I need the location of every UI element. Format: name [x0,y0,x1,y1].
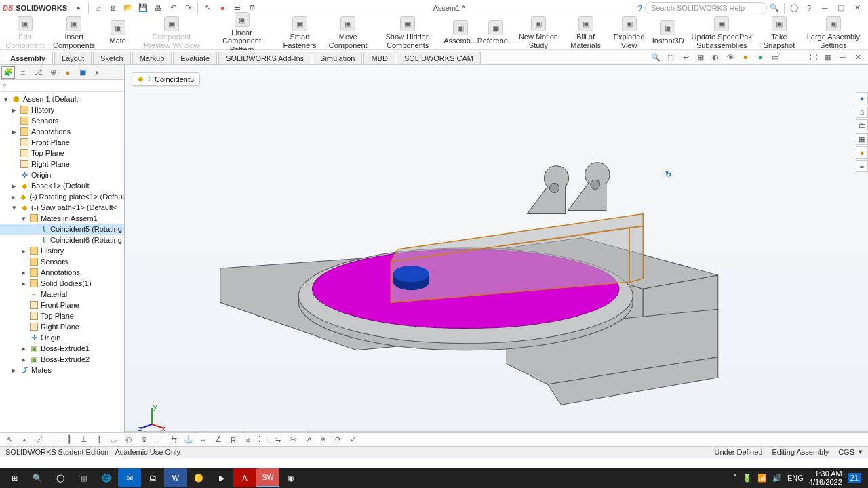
appearance-icon[interactable]: ● [739,51,751,63]
cmd-speedpak[interactable]: ▣Update SpeedPak Subassemblies [688,15,755,50]
window-minimize-icon[interactable]: ─ [816,1,833,16]
expand-icon[interactable]: ▾ [20,214,27,223]
redo-icon[interactable]: ↷ [180,1,195,16]
sk-fix-icon[interactable]: ⚓ [183,434,194,445]
file-explorer-icon[interactable]: 🗀 [856,119,868,131]
tray-battery-icon[interactable]: 🔋 [743,474,752,483]
tree-node[interactable]: ▸Annotations [0,126,124,137]
display-style-icon[interactable]: ◐ [709,51,722,63]
taskbar-search-icon[interactable]: 🔍 [26,468,49,487]
taskbar-chrome-icon[interactable]: 🟡 [187,468,210,487]
tree-node[interactable]: Front Plane [0,137,124,148]
config-manager-tab-icon[interactable]: ⎇ [31,66,45,79]
sk-parallel-icon[interactable]: ∥ [94,434,104,445]
expand-icon[interactable]: ▸ [20,268,27,277]
tree-node[interactable]: Sensors [0,115,124,126]
expand-icon[interactable]: ▸ [20,247,27,256]
tree-filter-icon[interactable]: ▿ [0,80,124,92]
tree-node[interactable]: ✛Origin [0,332,124,343]
tree-node[interactable]: ▾◆(-) Saw path<1> (Default< [0,202,124,213]
tray-volume-icon[interactable]: 🔊 [772,474,782,483]
tree-node[interactable]: Top Plane [0,310,124,321]
user-icon[interactable]: ◯ [787,1,802,16]
graphics-viewport[interactable]: ◆ ⌇ Coincident5 [125,65,868,458]
resources-tab-icon[interactable]: ● [856,92,868,104]
tree-node[interactable]: ⌇Coincident6 (Rotating [0,235,124,245]
cmd-bom[interactable]: ▣Bill of Materials [566,15,606,50]
dimxpert-tab-icon[interactable]: ⊕ [46,66,60,79]
cmd-new-motion[interactable]: ▣New Motion Study [515,15,562,50]
more-tabs-icon[interactable]: ▸ [91,66,104,79]
cmd-mate[interactable]: ▣Mate [102,19,134,46]
start-button[interactable]: ⊞ [3,468,26,487]
cmd-large-asm[interactable]: ▣Large Assembly Settings [803,15,864,50]
tree-node[interactable]: ▸Annotations [0,267,124,278]
sk-tangent-icon[interactable]: ◡ [108,434,119,445]
tree-node[interactable]: ▸◆(-) Rotating plate<1> (Defaul [0,191,124,202]
sk-fully-define-icon[interactable]: ✓ [347,434,358,445]
tree-node[interactable]: Right Plane [0,159,124,169]
cmd-reference-geom[interactable]: ▣Referenc... [480,19,511,46]
sk-vert-icon[interactable]: ┃ [64,434,75,445]
taskbar-explorer-icon[interactable]: 🗂 [141,468,164,487]
tree-node[interactable]: ▸◆Base<1> (Default [0,180,124,191]
sk-mirror-icon[interactable]: ⇋ [273,434,283,445]
tree-node[interactable]: ✛Origin [0,169,124,180]
home-icon[interactable]: ⌂ [91,1,106,16]
taskbar-outlook-icon[interactable]: ✉ [118,468,141,487]
expand-icon[interactable]: ▸ [20,355,27,364]
scene-icon[interactable]: ● [754,51,766,63]
tree-node[interactable]: ⌇Coincident5 (Rotating [0,224,124,235]
sk-dim-icon[interactable]: ↔ [198,434,209,445]
cmd-exploded-view[interactable]: ▣Exploded View [610,15,648,50]
tray-notifications-icon[interactable]: 21 [848,473,861,483]
expand-icon[interactable]: ▾ [3,95,9,104]
expand-icon[interactable]: ▸ [11,127,18,136]
search-icon[interactable]: 🔍 [767,1,782,16]
cmd-smart-fasteners[interactable]: ▣Smart Fasteners [278,15,321,50]
taskbar-app-1[interactable]: 🌐 [95,468,118,487]
sk-horiz-icon[interactable]: — [49,434,60,445]
cam-tab-icon[interactable]: ▣ [76,66,90,79]
sk-perp-icon[interactable]: ⊥ [79,434,90,445]
help-search-input[interactable]: Search SOLIDWORKS Help [645,2,767,14]
sk-angle-icon[interactable]: ∠ [213,434,224,445]
sk-point-icon[interactable]: • [19,434,30,445]
view-palette-icon[interactable]: ▦ [856,133,868,145]
tree-node[interactable]: Right Plane [0,321,124,332]
undo-icon[interactable]: ↶ [165,1,180,16]
cmd-show-hidden[interactable]: ▣Show Hidden Components [375,15,441,50]
sk-select-icon[interactable]: ↖ [4,434,15,445]
sk-diameter-icon[interactable]: ⌀ [243,434,254,445]
taskbar-obs-icon[interactable]: ◉ [279,468,302,487]
cmd-move-component[interactable]: ▣Move Component [326,15,371,50]
tree-node[interactable]: ▸History [0,245,124,256]
expand-icon[interactable]: ▸ [11,182,18,190]
taskbar-word-icon[interactable]: W [164,468,187,487]
expand-icon[interactable]: ▸ [20,279,27,288]
window-close-icon[interactable]: ✕ [849,1,865,16]
viewport-close-icon[interactable]: ✕ [852,51,864,63]
sk-coincident-icon[interactable]: ⊚ [138,434,149,445]
custom-props-icon[interactable]: ≡ [856,160,868,172]
expand-icon[interactable]: ▸ [20,344,27,353]
cmtab-solidworks-add-ins[interactable]: SOLIDWORKS Add-Ins [218,52,311,64]
tree-node[interactable]: ▸Solid Bodies(1) [0,278,124,289]
cmd-insert-components[interactable]: ▣Insert Components [50,15,98,50]
taskbar-acrobat-icon[interactable]: A [233,468,256,487]
cortana-icon[interactable]: ◯ [49,468,72,487]
tray-clock[interactable]: 1:30 AM 4/16/2022 [809,470,842,486]
sk-concentric-icon[interactable]: ◎ [123,434,134,445]
sk-offset-icon[interactable]: ≋ [317,434,328,445]
viewport-min-icon[interactable]: ─ [837,51,849,63]
display-manager-tab-icon[interactable]: ● [61,66,75,79]
design-library-icon[interactable]: ⌂ [856,106,868,118]
viewport-expand-icon[interactable]: ⛶ [807,51,819,63]
tray-wifi-icon[interactable]: 📶 [757,474,767,483]
tree-node[interactable]: ▸▣Boss-Extrude2 [0,354,124,365]
tree-node[interactable]: ▾Mates in Assem1 [0,213,124,224]
sk-equal-icon[interactable]: = [153,434,164,445]
section-view-icon[interactable]: ▦ [694,51,707,63]
tree-node[interactable]: ▸History [0,104,124,115]
print-icon[interactable]: 🖶 [151,1,165,16]
